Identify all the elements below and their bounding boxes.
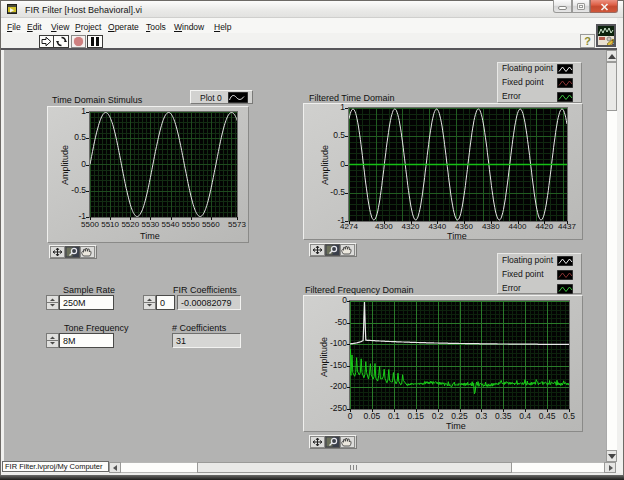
svg-text:1: 1 bbox=[611, 39, 614, 46]
